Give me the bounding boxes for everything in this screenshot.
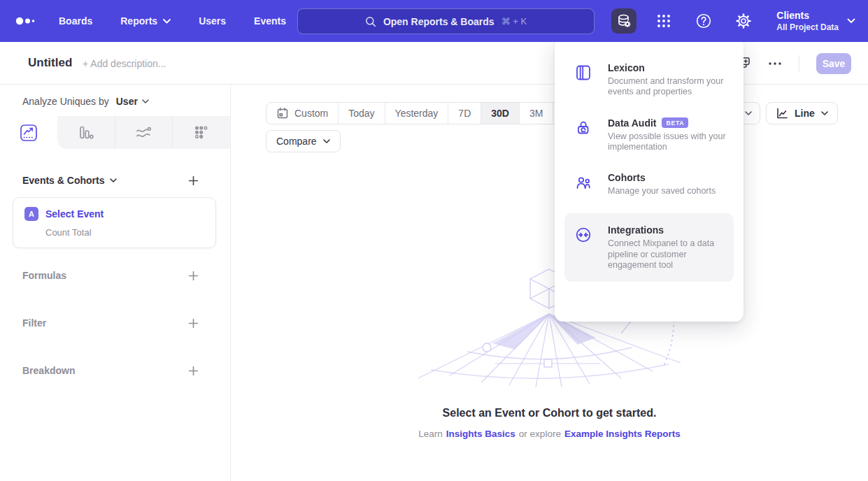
menu-item-lexicon[interactable]: Lexicon Document and transform your even… [555,62,744,98]
settings-button[interactable] [731,8,756,34]
breakdown-label: Breakdown [22,365,75,376]
menu-item-data-audit[interactable]: Data Audit BETA View possible issues wit… [555,117,744,153]
beta-badge: BETA [662,117,688,128]
learn-prefix: Learn [418,429,443,439]
date-range-3m[interactable]: 3M [519,103,553,124]
events-cohorts-header: Events & Cohorts [0,174,230,187]
report-canvas: Custom Today Yesterday 7D 30D 3M 6M Comp… [231,85,868,481]
menu-item-title: Data Audit [608,117,656,129]
viz-tab-stream-chart[interactable] [115,116,173,149]
example-reports-link[interactable]: Example Insights Reports [564,429,681,439]
nav-item-label: Users [199,15,226,27]
menu-item-description: Connect Mixpanel to a data pipeline or c… [608,238,727,271]
plus-icon [188,271,199,281]
metrics-grid-icon [192,124,211,142]
analyze-value: User [116,96,138,107]
event-series-badge: A [24,207,38,221]
event-card[interactable]: A Select Event Count Total [13,197,216,248]
event-aggregation-label[interactable]: Count Total [45,227,204,238]
insights-basics-link[interactable]: Insights Basics [446,429,515,439]
plus-icon [188,318,199,329]
date-range-label: 7D [458,108,471,119]
chevron-down-icon [323,139,330,144]
search-input[interactable]: Open Reports & Boards ⌘ + K [297,8,595,34]
date-range-today[interactable]: Today [338,103,384,124]
compare-button[interactable]: Compare [266,130,341,152]
stream-chart-icon [134,124,152,142]
filter-label: Filter [22,317,46,329]
events-cohorts-label: Events & Cohorts [22,175,104,186]
header-actions: Save [738,42,851,85]
more-options-icon[interactable] [768,62,782,66]
viz-tab-bar-chart[interactable] [57,116,115,149]
nav-item-label: Boards [59,15,92,27]
date-range-label: Yesterday [395,108,439,119]
analyze-by-dropdown[interactable]: User [116,96,149,107]
search-shortcut: ⌘ + K [501,16,527,27]
nav-links: Boards Reports Users Events [59,15,286,27]
date-range-control: Custom Today Yesterday 7D 30D 3M 6M [266,102,588,124]
nav-item-users[interactable]: Users [199,15,226,27]
header-divider [799,55,799,72]
apps-grid-button[interactable] [651,8,676,34]
analyze-row: Analyze Uniques by User [22,96,230,107]
project-subtitle: All Project Data [776,22,839,32]
plus-icon [188,175,199,186]
date-range-custom[interactable]: Custom [266,103,338,124]
date-range-30d[interactable]: 30D [481,103,519,124]
report-title[interactable]: Untitled [28,56,72,70]
date-range-label: Today [348,108,374,119]
chevron-down-icon [110,178,117,183]
integrations-sync-icon [574,226,592,244]
search-placeholder: Open Reports & Boards [383,16,495,27]
top-navigation: Boards Reports Users Events Open Reports… [0,0,868,42]
add-breakdown-button[interactable] [187,364,199,377]
nav-item-label: Events [254,15,286,27]
date-range-label: Custom [294,108,328,119]
nine-dot-grid-icon [655,12,673,30]
nav-item-label: Reports [120,15,157,27]
nav-item-boards[interactable]: Boards [59,15,92,27]
plus-icon [188,366,199,376]
project-selector[interactable]: Clients All Project Data [776,10,855,32]
date-range-label: 30D [491,108,509,119]
analyze-label: Analyze Uniques by [22,96,109,107]
data-audit-icon [574,119,592,137]
visualization-tabs [0,116,230,149]
menu-item-integrations[interactable]: Integrations Connect Mixpanel to a data … [564,213,734,282]
menu-item-description: Manage your saved cohorts [608,186,732,196]
add-filter-button[interactable] [187,317,199,329]
nav-item-reports[interactable]: Reports [120,15,171,27]
data-management-button[interactable] [611,8,636,34]
description-placeholder[interactable]: + Add description... [83,58,166,69]
date-range-yesterday[interactable]: Yesterday [385,103,448,124]
add-formula-button[interactable] [187,269,199,282]
question-circle-icon [695,12,713,30]
mixpanel-logo-icon[interactable] [14,10,45,31]
menu-item-title: Lexicon [608,62,645,73]
viz-tab-metrics-grid[interactable] [172,116,230,149]
project-name: Clients [776,10,839,22]
chevron-down-icon [847,18,855,24]
empty-state-subtitle: Learn Insights Basics or explore Example… [231,429,868,439]
nav-right-cluster: Clients All Project Data [611,0,855,42]
menu-item-cohorts[interactable]: Cohorts Manage your saved cohorts [555,172,744,196]
add-event-button[interactable] [187,174,199,187]
formulas-section: Formulas [0,269,230,282]
date-range-7d[interactable]: 7D [448,103,481,124]
save-button[interactable]: Save [816,53,851,74]
lexicon-book-icon [574,64,592,82]
help-button[interactable] [691,8,716,34]
line-chart-icon [19,123,38,143]
viz-tab-line-chart[interactable] [0,116,57,149]
nav-item-events[interactable]: Events [254,15,286,27]
query-sidebar: Analyze Uniques by User [0,85,231,481]
date-range-label: 3M [529,108,543,119]
search-icon [365,16,376,27]
bar-chart-icon [77,124,95,142]
chevron-down-icon [821,111,828,116]
select-event-label[interactable]: Select Event [45,208,104,220]
calendar-icon [276,107,289,120]
chart-type-button[interactable]: Line [766,102,838,124]
events-cohorts-dropdown[interactable]: Events & Cohorts [22,175,117,186]
